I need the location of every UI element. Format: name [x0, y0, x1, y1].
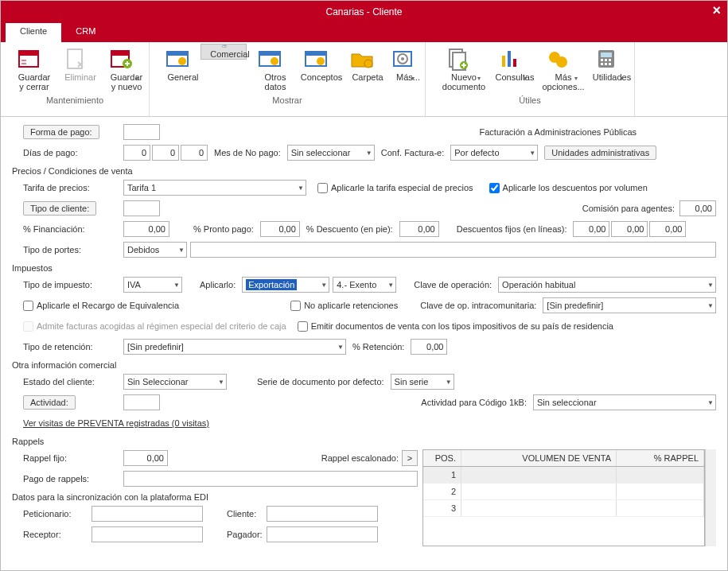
financiacion-input[interactable] — [123, 221, 169, 237]
tarifa-select[interactable]: Tarifa 1▼ — [123, 180, 306, 196]
tipo-portes-select[interactable]: Debidos▼ — [123, 242, 187, 258]
chevron-down-icon: ▼ — [173, 282, 180, 289]
tipo-impuesto-select[interactable]: IVA▼ — [123, 277, 182, 293]
aplicarlo-label: Aplicarlo: — [193, 280, 242, 289]
otros-datos-button[interactable]: Otrosdatos — [247, 44, 293, 94]
df3-input[interactable] — [649, 221, 686, 237]
pago-rappels-label: Pago de rappels: — [12, 474, 123, 484]
chevron-down-icon: ▼ — [218, 379, 224, 386]
emitir-pais-checkbox[interactable]: Emitir documentos de venta con los tipos… — [298, 321, 613, 332]
edi-receptor-input[interactable] — [91, 526, 203, 542]
portes-extra-input[interactable] — [190, 242, 716, 258]
pct-retencion-label: % Retención: — [346, 342, 411, 352]
forma-pago-button[interactable]: Forma de pago: — [23, 125, 99, 139]
mes-no-pago-label: Mes de No pago: — [208, 148, 287, 157]
tarifa-especial-checkbox[interactable]: Aplicarle la tarifa especial de precios — [317, 183, 473, 193]
pronto-pago-input[interactable] — [260, 221, 300, 237]
chevron-down-icon: ▼ — [298, 185, 304, 192]
svg-rect-26 — [502, 56, 505, 67]
clave-intra-select[interactable]: [Sin predefinir]▼ — [543, 297, 716, 313]
table-row[interactable]: 3 — [423, 500, 704, 517]
serie-doc-select[interactable]: Sin serie▼ — [391, 374, 454, 390]
descuento-pie-label: % Descuento (en pie): — [300, 224, 399, 234]
estado-cliente-label: Estado del cliente: — [12, 377, 123, 386]
tipo-cliente-input[interactable] — [123, 200, 160, 216]
conceptos-button[interactable]: Conceptos — [293, 44, 339, 94]
svg-point-15 — [271, 57, 278, 65]
edi-peticionario-input[interactable] — [91, 506, 203, 522]
edi-peticionario-label: Peticionario: — [12, 509, 91, 519]
estado-cliente-select[interactable]: Sin Seleccionar▼ — [123, 374, 227, 390]
exento-select[interactable]: 4.- Exento▼ — [333, 277, 396, 293]
serie-doc-label: Serie de documento por defecto: — [251, 377, 391, 386]
edi-pagador-label: Pagador: — [203, 530, 267, 539]
financiacion-label: % Financiación: — [12, 224, 123, 234]
df1-input[interactable] — [573, 221, 609, 237]
edi-cliente-input[interactable] — [267, 506, 378, 522]
ver-visitas-link[interactable]: Ver visitas de PREVENTA registradas (0 v… — [23, 418, 209, 428]
svg-point-22 — [401, 57, 404, 60]
svg-rect-32 — [601, 52, 612, 57]
carpeta-button[interactable]: Carpeta — [339, 44, 385, 94]
edi-receptor-label: Receptor: — [12, 530, 91, 539]
save-close-button[interactable]: Guardary cerrar — [6, 44, 52, 94]
df2-input[interactable] — [611, 221, 648, 237]
dropdown-icon: ▾ — [621, 75, 624, 82]
chevron-down-icon: ▼ — [178, 247, 185, 254]
nuevo-documento-button[interactable]: Nuevodocumento▾ — [430, 44, 486, 94]
svg-rect-34 — [605, 59, 607, 61]
recargo-checkbox[interactable]: Aplicarle el Recargo de Equivalencia — [23, 301, 179, 311]
dia2-input[interactable] — [152, 145, 179, 161]
admite-criterio-caja-checkbox: Admite facturas acogidas al régimen espe… — [23, 321, 286, 332]
close-icon[interactable]: × — [712, 2, 721, 19]
comercial-button[interactable]: Comercial — [200, 44, 247, 60]
chevron-down-icon: ▼ — [337, 344, 344, 351]
pct-retencion-input[interactable] — [411, 339, 447, 355]
actividad-1kb-select[interactable]: Sin seleccionar▼ — [533, 394, 716, 410]
rappel-escalonado-label: Rappel escalonado: — [321, 453, 399, 463]
table-row[interactable]: 2 — [423, 484, 704, 500]
clave-operacion-label: Clave de operación: — [407, 280, 498, 289]
actividad-button[interactable]: Actividad: — [23, 395, 76, 410]
tab-cliente[interactable]: Cliente — [6, 23, 61, 42]
descuentos-volumen-checkbox[interactable]: Aplicarle los descuentos por volumen — [489, 183, 648, 193]
conf-facturae-select[interactable]: Por defecto▼ — [450, 145, 538, 161]
chevron-down-icon: ▼ — [529, 150, 535, 157]
forma-pago-input[interactable] — [123, 124, 160, 140]
dias-pago-label: Días de pago: — [12, 148, 123, 157]
pago-rappels-input[interactable] — [123, 471, 418, 487]
col-volumen: VOLUMEN DE VENTA — [461, 450, 617, 466]
edi-cliente-label: Cliente: — [203, 509, 267, 519]
svg-rect-14 — [259, 52, 280, 56]
descuento-pie-input[interactable] — [399, 221, 439, 237]
mes-no-pago-select[interactable]: Sin seleccionar▼ — [287, 145, 375, 161]
comision-input[interactable] — [679, 200, 716, 216]
col-pos: POS. — [423, 450, 461, 466]
dia1-input[interactable] — [123, 145, 150, 161]
svg-rect-33 — [601, 59, 603, 61]
tab-crm[interactable]: CRM — [61, 23, 110, 42]
rappel-escalonado-button[interactable]: > — [402, 450, 418, 466]
unidades-admin-button[interactable]: Unidades administrativas — [544, 146, 656, 160]
svg-rect-35 — [609, 59, 611, 61]
dia3-input[interactable] — [181, 145, 208, 161]
actividad-1kb-label: Actividad para Código 1kB: — [421, 398, 527, 407]
utilidades-button[interactable]: Utilidades▾ — [583, 44, 629, 94]
tipo-cliente-button[interactable]: Tipo de cliente: — [23, 201, 96, 216]
aplicarlo-select[interactable]: Exportación▼ — [242, 277, 329, 293]
clave-operacion-select[interactable]: Operación habitual▼ — [498, 277, 716, 293]
window-title: Canarias - Cliente — [325, 6, 402, 17]
main-tabs: Cliente CRM — [1, 23, 727, 42]
mas-opciones-button[interactable]: Másopciones...▾ — [532, 44, 583, 94]
edi-pagador-input[interactable] — [267, 526, 378, 542]
actividad-input[interactable] — [123, 394, 160, 410]
rappel-fijo-input[interactable] — [123, 450, 168, 466]
tipo-retencion-select[interactable]: [Sin predefinir]▼ — [123, 339, 346, 355]
no-retenciones-checkbox[interactable]: No aplicarle retenciones — [290, 301, 398, 311]
comision-label: Comisión para agentes: — [582, 204, 675, 213]
svg-rect-1 — [19, 51, 38, 56]
save-new-button[interactable]: Guardary nuevo▾ — [98, 44, 144, 94]
chevron-down-icon: ▼ — [387, 282, 394, 289]
scrollbar[interactable] — [705, 449, 716, 546]
table-row[interactable]: 1 — [423, 467, 704, 484]
